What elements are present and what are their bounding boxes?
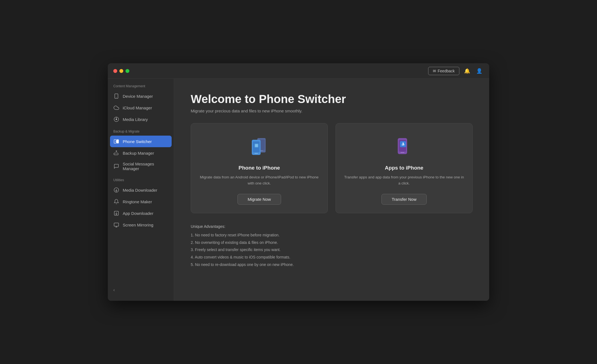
sidebar-item-ringtone-maker[interactable]: Ringtone Maker — [108, 196, 174, 207]
migrate-now-button[interactable]: Migrate Now — [237, 194, 281, 205]
phone-switcher-label: Phone Switcher — [123, 139, 152, 144]
svg-rect-17 — [255, 153, 258, 154]
maximize-button[interactable] — [125, 69, 129, 73]
apps-to-iphone-illustration — [392, 136, 417, 158]
screen-mirroring-label: Screen Mirroring — [123, 223, 153, 227]
apps-to-iphone-icon-area — [390, 134, 418, 159]
phone-to-iphone-illustration — [247, 136, 272, 158]
svg-rect-19 — [255, 144, 258, 147]
sidebar-item-phone-switcher[interactable]: Phone Switcher — [110, 136, 172, 147]
media-downloader-label: Media Downloader — [123, 188, 157, 192]
utilities-label: Utilities — [108, 178, 174, 184]
advantage-5: 5. No need to re-download apps one by on… — [191, 261, 473, 268]
cloud-icon — [113, 105, 119, 111]
sidebar-item-device-manager[interactable]: Device Manager — [108, 90, 174, 102]
sidebar-item-app-downloader[interactable]: App Downloader — [108, 207, 174, 219]
transfer-now-button[interactable]: Transfer Now — [381, 194, 426, 205]
sidebar-item-backup-manager[interactable]: Backup Manager — [108, 147, 174, 159]
sidebar-item-media-library[interactable]: Media Library — [108, 114, 174, 125]
minimize-button[interactable] — [119, 69, 123, 73]
feedback-label: Feedback — [438, 69, 455, 73]
sidebar: Content Management Device Manager iCloud… — [108, 79, 174, 301]
sidebar-item-screen-mirroring[interactable]: Screen Mirroring — [108, 219, 174, 231]
phone-to-iphone-desc: Migrate data from an Android device or i… — [199, 174, 319, 186]
bell-icon: 🔔 — [464, 68, 470, 74]
app-downloader-label: App Downloader — [123, 211, 153, 216]
svg-point-1 — [116, 97, 117, 98]
svg-rect-0 — [115, 94, 118, 99]
collapse-icon: ‹ — [113, 287, 115, 292]
chat-icon — [113, 163, 119, 169]
ringtone-icon — [113, 199, 119, 205]
notification-button[interactable]: 🔔 — [463, 67, 472, 75]
title-bar: ✉ Feedback 🔔 👤 — [108, 63, 489, 79]
advantage-2: 2. No overwriting of existing data & fil… — [191, 239, 473, 246]
content-area: Welcome to Phone Switcher Migrate your p… — [174, 79, 489, 301]
phone-to-iphone-card: Phone to iPhone Migrate data from an And… — [191, 123, 328, 213]
mirror-icon — [113, 222, 119, 228]
media-library-label: Media Library — [123, 117, 148, 122]
mail-icon: ✉ — [433, 69, 436, 73]
ringtone-maker-label: Ringtone Maker — [123, 199, 152, 204]
icloud-manager-label: iCloud Manager — [123, 105, 152, 110]
cards-row: Phone to iPhone Migrate data from an And… — [191, 123, 473, 213]
phone-switch-icon — [113, 138, 119, 144]
close-button[interactable] — [113, 69, 117, 73]
advantage-3: 3. Freely select and transfer specific i… — [191, 246, 473, 254]
app-download-icon — [113, 210, 119, 216]
main-layout: Content Management Device Manager iCloud… — [108, 79, 489, 301]
title-bar-actions: ✉ Feedback 🔔 👤 — [428, 67, 484, 75]
profile-button[interactable]: 👤 — [475, 67, 484, 75]
advantages-title: Unique Advantages: — [191, 224, 473, 229]
phone-to-iphone-icon-area — [245, 134, 273, 159]
svg-point-3 — [116, 119, 117, 120]
advantage-1: 1. No need to factory reset iPhone befor… — [191, 231, 473, 239]
user-icon: 👤 — [476, 68, 482, 74]
device-manager-label: Device Manager — [123, 94, 153, 99]
sidebar-item-media-downloader[interactable]: Media Downloader — [108, 184, 174, 196]
social-messages-label: Social Messages Manager — [123, 162, 168, 171]
backup-icon — [113, 150, 119, 156]
download-icon — [113, 187, 119, 193]
music-icon — [113, 116, 119, 122]
apps-to-iphone-desc: Transfer apps and app data from your pre… — [344, 174, 464, 186]
feedback-button[interactable]: ✉ Feedback — [428, 67, 459, 75]
apps-to-iphone-card: Apps to iPhone Transfer apps and app dat… — [336, 123, 473, 213]
device-icon — [113, 93, 119, 99]
content-management-label: Content Management — [108, 84, 174, 90]
svg-rect-22 — [400, 152, 404, 153]
advantage-4: 4. Auto convert videos & music to iOS co… — [191, 254, 473, 261]
app-window: ✉ Feedback 🔔 👤 Content Management Device… — [108, 63, 489, 301]
sidebar-item-social-messages[interactable]: Social Messages Manager — [108, 159, 174, 174]
backup-manager-label: Backup Manager — [123, 151, 154, 155]
phone-to-iphone-title: Phone to iPhone — [239, 165, 280, 171]
sidebar-item-icloud-manager[interactable]: iCloud Manager — [108, 102, 174, 114]
svg-rect-9 — [114, 223, 119, 226]
sidebar-collapse-button[interactable]: ‹ — [108, 285, 174, 295]
page-subtitle: Migrate your precious data and files to … — [191, 109, 473, 113]
page-title: Welcome to Phone Switcher — [191, 93, 473, 106]
apps-to-iphone-title: Apps to iPhone — [385, 165, 423, 171]
traffic-lights — [113, 69, 129, 73]
advantages-section: Unique Advantages: 1. No need to factory… — [191, 224, 473, 268]
backup-migrate-label: Backup & Migrate — [108, 130, 174, 136]
